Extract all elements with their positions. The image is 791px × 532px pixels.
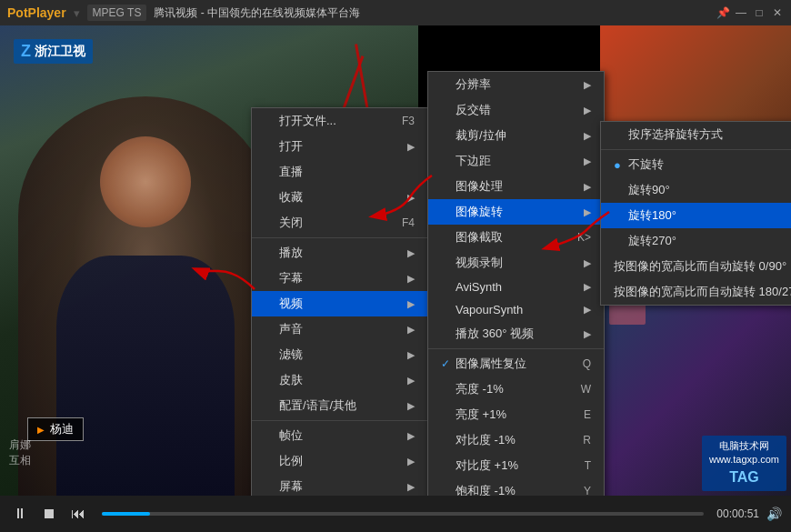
menu-avisynth-label: AviSynth bbox=[456, 280, 502, 294]
m2-shortcut13: W bbox=[581, 383, 591, 396]
window-title: 腾讯视频 - 中国领先的在线视频媒体平台海 bbox=[154, 5, 709, 21]
menu-frame[interactable]: 帧位 ▶ bbox=[252, 423, 427, 448]
menu-subtitle[interactable]: 字幕 ▶ bbox=[252, 266, 427, 291]
m2-arrow1: ▶ bbox=[584, 79, 591, 91]
menu-brightness-up-label: 亮度 +1% bbox=[456, 407, 506, 423]
menu-screenshot-label: 图像截取 bbox=[456, 229, 503, 246]
menu-rotate-270[interactable]: 旋转270° bbox=[601, 228, 791, 254]
m2-arrow5: ▶ bbox=[584, 181, 591, 193]
menu-filter-arrow: ▶ bbox=[407, 349, 415, 361]
menu-image-rotate[interactable]: 图像旋转 ▶ bbox=[428, 199, 604, 225]
menu-video-record[interactable]: 视频录制 ▶ bbox=[428, 250, 604, 276]
subtitle-line1: 肩娜 bbox=[9, 437, 31, 453]
minimize-button[interactable]: — bbox=[735, 6, 747, 19]
menu-deinterlace[interactable]: 反交错 ▶ bbox=[428, 97, 604, 123]
progress-bar[interactable] bbox=[102, 512, 704, 516]
play-pause-button[interactable]: ⏸ bbox=[9, 504, 31, 524]
menu-audio[interactable]: 声音 ▶ bbox=[252, 316, 427, 342]
menu-contrast-down[interactable]: 对比度 -1% R bbox=[428, 427, 604, 453]
menu-play-arrow: ▶ bbox=[407, 247, 415, 259]
menu-open-label: 打开 bbox=[279, 138, 303, 155]
menu-open-file-shortcut: F3 bbox=[402, 115, 415, 127]
menu-image-reset-label: 图像属性复位 bbox=[456, 356, 526, 372]
menu-screen[interactable]: 屏幕 ▶ bbox=[252, 474, 427, 496]
m2-arrow11: ▶ bbox=[584, 328, 591, 340]
menu-brightness-up[interactable]: 亮度 +1% E bbox=[428, 402, 604, 427]
menu-favorites-label: 收藏 bbox=[279, 189, 303, 206]
close-button[interactable]: ✕ bbox=[771, 6, 784, 19]
menu-image-process[interactable]: 图像处理 ▶ bbox=[428, 174, 604, 199]
menu-deinterlace-label: 反交错 bbox=[456, 102, 491, 118]
menu-image-process-label: 图像处理 bbox=[456, 178, 503, 195]
menu-contrast-up[interactable]: 对比度 +1% T bbox=[428, 453, 604, 478]
watermark-tag: TAG bbox=[709, 467, 779, 487]
pin-button[interactable]: 📌 bbox=[716, 6, 729, 19]
menu-config[interactable]: 配置/语言/其他 ▶ bbox=[252, 393, 427, 418]
menu-video-label: 视频 bbox=[279, 296, 303, 312]
menu-360video[interactable]: 播放 360° 视频 ▶ bbox=[428, 321, 604, 346]
menu-close[interactable]: 关闭 F4 bbox=[252, 210, 427, 236]
m2-arrow8: ▶ bbox=[584, 257, 591, 269]
menu-saturation-down[interactable]: 饱和度 -1% Y bbox=[428, 478, 604, 496]
m2-arrow3: ▶ bbox=[584, 130, 591, 142]
menu-resolution-label: 分辨率 bbox=[456, 76, 491, 93]
menu-vapoursynth-label: VapourSynth bbox=[456, 303, 523, 316]
subtitle-line2: 互相 bbox=[9, 453, 31, 468]
menu-rotate-180[interactable]: 旋转180° bbox=[601, 203, 791, 228]
menu-rotate-auto[interactable]: 按序选择旋转方式 bbox=[601, 122, 791, 147]
menu-filter[interactable]: 滤镜 ▶ bbox=[252, 342, 427, 367]
menu-open-file[interactable]: 打开文件... F3 bbox=[252, 108, 427, 134]
menu-screenshot[interactable]: 图像截取 K> bbox=[428, 225, 604, 250]
m2-arrow10: ▶ bbox=[584, 304, 591, 316]
stop-button[interactable]: ⏹ bbox=[38, 504, 60, 524]
menu-vapoursynth[interactable]: VapourSynth ▶ bbox=[428, 298, 604, 321]
menu-open-file-label: 打开文件... bbox=[279, 113, 336, 129]
menu-live[interactable]: 直播 bbox=[252, 159, 427, 185]
title-tab[interactable]: MPEG TS bbox=[87, 5, 147, 21]
menu-rotate-90[interactable]: 旋转90° bbox=[601, 177, 791, 203]
name-card: ▶ 杨迪 bbox=[27, 417, 84, 441]
m2-sep1 bbox=[428, 348, 604, 349]
menu-rotate-auto-180-label: 按图像的宽高比而自动旋转 180/27 bbox=[614, 284, 791, 300]
menu-no-rotate[interactable]: ● 不旋转 bbox=[601, 152, 791, 177]
menu-skin[interactable]: 皮肤 ▶ bbox=[252, 367, 427, 393]
menu-open[interactable]: 打开 ▶ bbox=[252, 134, 427, 159]
m2-arrow2: ▶ bbox=[584, 105, 591, 116]
watermark: 电脑技术网 www.tagxp.com TAG bbox=[702, 436, 786, 491]
playbar: ⏸ ⏹ ⏮ 00:00:51 🔊 bbox=[0, 496, 791, 532]
m2-check1: ✓ bbox=[441, 357, 456, 370]
m3-radio1: ● bbox=[614, 158, 628, 172]
menu-rotate-auto-180[interactable]: 按图像的宽高比而自动旋转 180/27 bbox=[601, 279, 791, 305]
menu-favorites[interactable]: 收藏 ▶ bbox=[252, 185, 427, 210]
menu-brightness-down-label: 亮度 -1% bbox=[456, 381, 504, 397]
m2-shortcut17: Y bbox=[584, 485, 591, 496]
maximize-button[interactable]: □ bbox=[753, 6, 766, 19]
menu-resolution[interactable]: 分辨率 ▶ bbox=[428, 72, 604, 97]
prev-button[interactable]: ⏮ bbox=[67, 504, 89, 524]
m2-shortcut16: T bbox=[585, 459, 591, 472]
menu-avisynth[interactable]: AviSynth ▶ bbox=[428, 276, 604, 298]
menu-play[interactable]: 播放 ▶ bbox=[252, 240, 427, 266]
menu-ratio[interactable]: 比例 ▶ bbox=[252, 448, 427, 474]
m2-arrow9: ▶ bbox=[584, 281, 591, 293]
menu-audio-arrow: ▶ bbox=[407, 324, 415, 336]
menu-crop-label: 裁剪/拉伸 bbox=[456, 127, 506, 144]
menu-contrast-down-label: 对比度 -1% bbox=[456, 432, 516, 448]
m2-arrow6: ▶ bbox=[584, 206, 591, 218]
menu-close-label: 关闭 bbox=[279, 215, 303, 231]
m2-shortcut15: R bbox=[583, 434, 591, 447]
menu-crop[interactable]: 裁剪/拉伸 ▶ bbox=[428, 123, 604, 148]
m2-shortcut14: E bbox=[584, 408, 591, 421]
menu-video[interactable]: 视频 ▶ bbox=[252, 291, 427, 316]
menu-margin[interactable]: 下边距 ▶ bbox=[428, 148, 604, 174]
window-controls: 📌 — □ ✕ bbox=[716, 6, 784, 19]
volume-icon[interactable]: 🔊 bbox=[766, 507, 782, 521]
menu-image-reset[interactable]: ✓ 图像属性复位 Q bbox=[428, 351, 604, 376]
menu-rotate-180-label: 旋转180° bbox=[628, 207, 676, 224]
menu-live-label: 直播 bbox=[279, 164, 303, 180]
m2-shortcut12: Q bbox=[583, 357, 591, 370]
context-menu-2: 分辨率 ▶ 反交错 ▶ 裁剪/拉伸 ▶ 下边距 ▶ 图像处理 ▶ 图像旋转 ▶ bbox=[427, 71, 605, 496]
menu-brightness-down[interactable]: 亮度 -1% W bbox=[428, 376, 604, 402]
menu-rotate-auto-090[interactable]: 按图像的宽高比而自动旋转 0/90° bbox=[601, 254, 791, 279]
tv-logo: Z 浙江卫视 bbox=[14, 39, 93, 64]
